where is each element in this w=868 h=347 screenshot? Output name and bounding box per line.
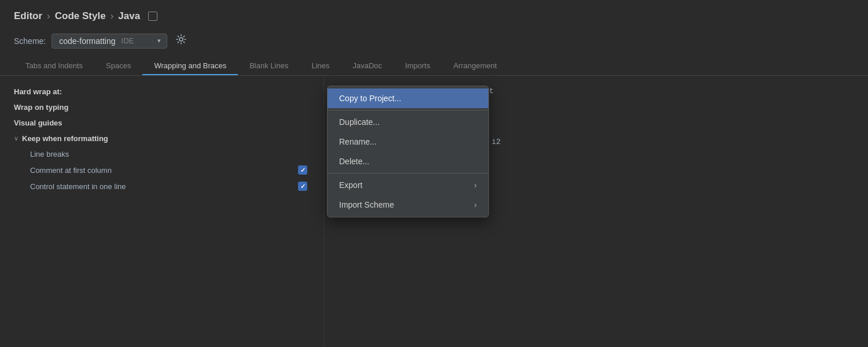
menu-separator-1 bbox=[328, 110, 488, 110]
menu-item-label: Import Scheme bbox=[339, 200, 394, 209]
tab-tabs-indents[interactable]: Tabs and Indents bbox=[14, 57, 94, 75]
settings-panel: Hard wrap at: Wrap on typing Visual guid… bbox=[0, 76, 324, 347]
keep-reformatting-label: Keep when reformatting bbox=[22, 134, 108, 143]
setting-line-breaks: Line breaks bbox=[14, 146, 310, 162]
window-icon[interactable] bbox=[148, 12, 157, 21]
scheme-name: code-formatting bbox=[59, 36, 115, 46]
breadcrumb-editor[interactable]: Editor bbox=[14, 10, 42, 22]
gear-icon bbox=[175, 34, 187, 45]
tab-arrangement[interactable]: Arrangement bbox=[442, 57, 508, 75]
setting-visual-guides: Visual guides bbox=[14, 115, 310, 131]
comment-first-col-label: Comment at first column bbox=[30, 166, 298, 175]
menu-item-import-scheme[interactable]: Import Scheme › bbox=[328, 195, 488, 215]
checkmark-icon: ✓ bbox=[300, 167, 306, 174]
setting-comment-first-col[interactable]: Comment at first column ✓ bbox=[14, 162, 310, 178]
menu-item-label: Delete... bbox=[339, 157, 369, 166]
svg-point-0 bbox=[179, 38, 183, 41]
tab-spaces[interactable]: Spaces bbox=[94, 57, 142, 75]
menu-item-label: Copy to Project... bbox=[339, 94, 401, 103]
wrap-typing-label: Wrap on typing bbox=[14, 103, 310, 112]
tab-imports[interactable]: Imports bbox=[393, 57, 442, 75]
breadcrumb-java[interactable]: Java bbox=[118, 10, 140, 22]
tab-lines[interactable]: Lines bbox=[300, 57, 341, 75]
setting-wrap-typing: Wrap on typing bbox=[14, 99, 310, 115]
breadcrumb-sep-2: › bbox=[111, 10, 114, 22]
comment-first-col-checkbox[interactable]: ✓ bbox=[298, 165, 307, 175]
scheme-label: Scheme: bbox=[14, 36, 46, 46]
control-stmt-label: Control statement in one line bbox=[30, 182, 298, 191]
submenu-arrow-icon-2: › bbox=[474, 200, 477, 209]
menu-item-export[interactable]: Export › bbox=[328, 175, 488, 195]
tab-javadoc[interactable]: JavaDoc bbox=[341, 57, 393, 75]
tab-blank-lines[interactable]: Blank Lines bbox=[238, 57, 300, 75]
menu-item-label: Export bbox=[339, 180, 362, 190]
submenu-arrow-icon: › bbox=[474, 180, 477, 190]
menu-item-label: Duplicate... bbox=[339, 117, 380, 127]
gear-button[interactable] bbox=[173, 32, 189, 49]
menu-item-label: Rename... bbox=[339, 137, 377, 146]
control-stmt-checkbox[interactable]: ✓ bbox=[298, 182, 307, 191]
setting-control-stmt[interactable]: Control statement in one line ✓ bbox=[14, 178, 310, 194]
menu-item-duplicate[interactable]: Duplicate... bbox=[328, 112, 488, 132]
tab-wrapping[interactable]: Wrapping and Braces bbox=[142, 57, 238, 75]
scheme-row: Scheme: code-formatting IDE ▾ bbox=[0, 29, 868, 55]
breadcrumb: Editor › Code Style › Java bbox=[0, 0, 868, 29]
keep-reformatting-section[interactable]: ∨ Keep when reformatting bbox=[14, 131, 310, 146]
visual-guides-label: Visual guides bbox=[14, 119, 310, 127]
line-breaks-label: Line breaks bbox=[30, 150, 310, 158]
menu-separator-2 bbox=[328, 173, 488, 174]
breadcrumb-sep-1: › bbox=[47, 10, 50, 22]
breadcrumb-codestyle[interactable]: Code Style bbox=[55, 10, 106, 22]
dropdown-menu: Copy to Project... Duplicate... Rename..… bbox=[327, 86, 489, 217]
menu-item-copy-to-project[interactable]: Copy to Project... bbox=[328, 88, 488, 108]
scheme-dropdown[interactable]: code-formatting IDE ▾ bbox=[52, 34, 167, 49]
section-chevron-icon: ∨ bbox=[14, 135, 19, 142]
menu-item-rename[interactable]: Rename... bbox=[328, 132, 488, 152]
code-token: i2 bbox=[492, 136, 501, 149]
menu-item-delete[interactable]: Delete... bbox=[328, 152, 488, 171]
scheme-scope: IDE bbox=[122, 36, 134, 45]
setting-hard-wrap: Hard wrap at: bbox=[14, 84, 310, 99]
hard-wrap-label: Hard wrap at: bbox=[14, 87, 310, 96]
tabs-row: Tabs and Indents Spaces Wrapping and Bra… bbox=[0, 57, 868, 76]
scheme-chevron-icon: ▾ bbox=[157, 37, 161, 45]
checkmark-icon-2: ✓ bbox=[300, 183, 306, 190]
